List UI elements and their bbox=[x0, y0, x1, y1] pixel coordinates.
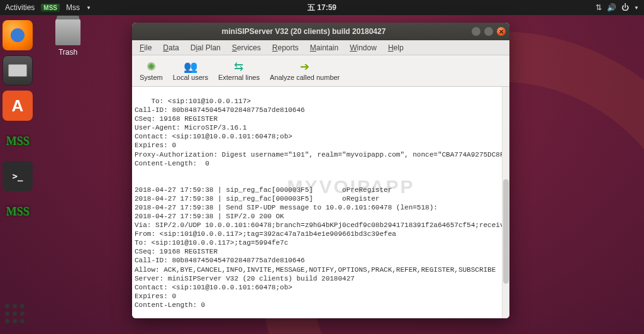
menu-maintain[interactable]: Maintain bbox=[305, 42, 343, 54]
chevron-down-icon[interactable]: ▼ bbox=[86, 5, 91, 11]
toolbar-external-lines-button[interactable]: ⇆ External lines bbox=[214, 60, 264, 82]
software-center-icon[interactable]: A bbox=[3, 91, 33, 121]
toolbar-system-button[interactable]: ✺ System bbox=[136, 60, 167, 82]
firefox-icon[interactable] bbox=[3, 20, 33, 50]
window-close-button[interactable]: ✕ bbox=[497, 27, 506, 36]
users-icon: 👥 bbox=[184, 61, 197, 72]
toolbar-analyze-button[interactable]: ➔ Analyze called number bbox=[266, 60, 343, 82]
toolbar-label: Local users bbox=[173, 74, 208, 81]
app-indicator-label[interactable]: Mss bbox=[66, 3, 80, 12]
menu-reports[interactable]: Reports bbox=[267, 42, 304, 54]
app-indicator-icon: MSS bbox=[41, 4, 60, 12]
window-titlebar[interactable]: miniSIPServer V32 (20 clients) build 201… bbox=[132, 23, 509, 40]
vertical-scrollbar[interactable] bbox=[502, 87, 509, 318]
window-maximize-button[interactable] bbox=[484, 27, 493, 36]
clock[interactable]: 五 17:59 bbox=[308, 3, 336, 13]
terminal-icon[interactable]: >_ bbox=[3, 161, 33, 191]
arrow-right-icon: ➔ bbox=[300, 61, 309, 72]
toolbar-local-users-button[interactable]: 👥 Local users bbox=[169, 60, 212, 82]
app-window: miniSIPServer V32 (20 clients) build 201… bbox=[132, 23, 509, 318]
trash-label: Trash bbox=[49, 48, 87, 57]
network-icon[interactable]: ⇅ bbox=[596, 3, 602, 12]
toolbar: ✺ System 👥 Local users ⇆ External lines … bbox=[132, 55, 509, 87]
gnome-topbar: Activities MSS Mss ▼ 五 17:59 ⇅ 🔊 ⏻ ▼ bbox=[0, 0, 644, 15]
toolbar-label: Analyze called number bbox=[270, 74, 340, 81]
launcher-dock: A MSS >_ MSS bbox=[0, 15, 35, 334]
log-output: To: <sip:101@10.0.0.117> Call-ID: 80b848… bbox=[132, 87, 509, 318]
log-text: To: <sip:101@10.0.0.117> Call-ID: 80b848… bbox=[135, 97, 509, 318]
power-icon[interactable]: ⏻ bbox=[621, 3, 629, 12]
toolbar-label: External lines bbox=[218, 74, 260, 81]
menubar: File Data Dial Plan Services Reports Mai… bbox=[132, 40, 509, 55]
trash-icon bbox=[55, 19, 80, 45]
menu-dial-plan[interactable]: Dial Plan bbox=[186, 42, 226, 54]
toolbar-label: System bbox=[140, 74, 163, 81]
mss-app-icon[interactable]: MSS bbox=[3, 196, 33, 226]
show-applications-button[interactable] bbox=[5, 304, 30, 329]
volume-icon[interactable]: 🔊 bbox=[607, 3, 616, 12]
activities-button[interactable]: Activities bbox=[5, 3, 35, 12]
menu-window[interactable]: Window bbox=[345, 42, 382, 54]
window-title: miniSIPServer V32 (20 clients) build 201… bbox=[136, 27, 472, 36]
files-icon[interactable] bbox=[3, 55, 33, 86]
trash-desktop-icon[interactable]: Trash bbox=[49, 19, 87, 57]
chevron-down-icon[interactable]: ▼ bbox=[634, 5, 639, 11]
mss-app-icon[interactable]: MSS bbox=[3, 126, 33, 156]
lines-icon: ⇆ bbox=[234, 61, 243, 72]
menu-file[interactable]: File bbox=[135, 42, 157, 54]
gear-icon: ✺ bbox=[147, 61, 156, 72]
window-minimize-button[interactable] bbox=[472, 27, 480, 36]
menu-services[interactable]: Services bbox=[227, 42, 266, 54]
scroll-thumb[interactable] bbox=[503, 179, 509, 284]
menu-help[interactable]: Help bbox=[383, 42, 409, 54]
menu-data[interactable]: Data bbox=[158, 42, 184, 54]
